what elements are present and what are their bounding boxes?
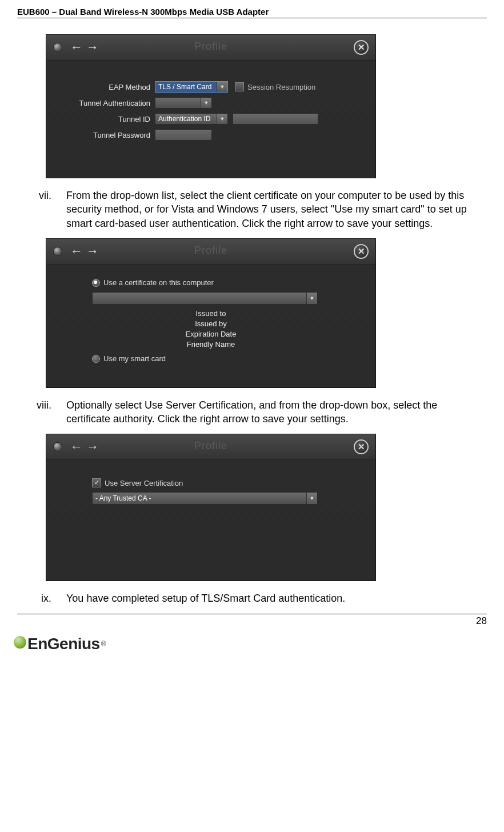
close-icon[interactable]: ✕ bbox=[354, 40, 369, 55]
use-smart-card-radio[interactable] bbox=[92, 355, 100, 363]
use-certificate-label: Use a certificate on this computer bbox=[103, 278, 214, 287]
use-certificate-radio[interactable] bbox=[92, 279, 100, 287]
friendly-name-label: Friendly Name bbox=[92, 340, 330, 349]
session-resumption-label: Session Resumption bbox=[247, 83, 315, 91]
logo-text: EnGenius bbox=[27, 635, 100, 653]
certificate-select[interactable]: ▼ bbox=[92, 292, 318, 305]
dialog-header: ← → Profile ✕ bbox=[46, 239, 375, 265]
tunnel-id-input[interactable] bbox=[233, 113, 318, 125]
chevron-down-icon: ▼ bbox=[306, 293, 317, 304]
tunnel-id-select[interactable]: Authentication ID ▼ bbox=[155, 113, 228, 125]
nav-forward-icon[interactable]: → bbox=[86, 245, 99, 258]
nav-dot-icon[interactable] bbox=[53, 247, 62, 256]
expiration-date-label: Expiration Date bbox=[92, 330, 330, 338]
nav-back-icon[interactable]: ← bbox=[70, 441, 83, 453]
step-text: You have completed setup of TLS/Smart Ca… bbox=[66, 591, 487, 605]
ca-select[interactable]: - Any Trusted CA - ▼ bbox=[92, 492, 318, 505]
step-text: From the drop-down list, select the clie… bbox=[66, 189, 487, 230]
footer: EnGenius ® bbox=[0, 633, 504, 659]
dialog-header: ← → Profile ✕ bbox=[46, 434, 375, 460]
nav-forward-icon[interactable]: → bbox=[86, 441, 99, 453]
use-smart-card-label: Use my smart card bbox=[103, 354, 166, 363]
dialog-title: Profile bbox=[194, 41, 227, 53]
close-icon[interactable]: ✕ bbox=[354, 244, 369, 259]
registered-icon: ® bbox=[101, 640, 106, 648]
nav-back-icon[interactable]: ← bbox=[70, 41, 83, 54]
tunnel-id-label: Tunnel ID bbox=[59, 115, 155, 123]
dialog-header: ← → Profile ✕ bbox=[46, 35, 375, 61]
logo-icon bbox=[14, 636, 26, 649]
chevron-down-icon: ▼ bbox=[217, 82, 227, 92]
close-icon[interactable]: ✕ bbox=[354, 439, 369, 454]
tunnel-id-value: Authentication ID bbox=[158, 115, 210, 123]
session-resumption-checkbox[interactable] bbox=[235, 82, 244, 91]
issued-to-label: Issued to bbox=[92, 309, 330, 318]
dialog-title: Profile bbox=[194, 440, 227, 452]
nav-back-icon[interactable]: ← bbox=[70, 245, 83, 258]
nav-forward-icon[interactable]: → bbox=[86, 41, 99, 54]
eap-method-select[interactable]: TLS / Smart Card ▼ bbox=[155, 81, 228, 93]
dialog-title: Profile bbox=[194, 245, 227, 257]
profile-dialog-server-cert: ← → Profile ✕ Use Server Certification -… bbox=[46, 434, 376, 581]
page-header: EUB600 – Dual Band Wireless-N 300Mbps Me… bbox=[17, 7, 487, 18]
chevron-down-icon: ▼ bbox=[306, 493, 317, 504]
tunnel-password-label: Tunnel Password bbox=[59, 131, 155, 139]
nav-dot-icon[interactable] bbox=[53, 442, 62, 451]
step-number: vii. bbox=[17, 189, 66, 230]
issued-by-label: Issued by bbox=[92, 319, 330, 328]
profile-dialog-eap: ← → Profile ✕ EAP Method TLS / Smart Car… bbox=[46, 34, 376, 178]
chevron-down-icon: ▼ bbox=[217, 114, 227, 124]
eap-method-label: EAP Method bbox=[59, 83, 155, 91]
ca-value: - Any Trusted CA - bbox=[95, 494, 151, 502]
tunnel-auth-label: Tunnel Authentication bbox=[59, 99, 155, 107]
step-number: viii. bbox=[17, 398, 66, 426]
page-number: 28 bbox=[17, 614, 487, 627]
step-text: Optionally select Use Server Certificati… bbox=[66, 398, 487, 426]
profile-dialog-certificate: ← → Profile ✕ Use a certificate on this … bbox=[46, 238, 376, 388]
tunnel-password-input[interactable] bbox=[155, 129, 212, 141]
chevron-down-icon: ▼ bbox=[201, 98, 211, 108]
eap-method-value: TLS / Smart Card bbox=[158, 83, 211, 91]
tunnel-auth-select[interactable]: ▼ bbox=[155, 97, 212, 109]
nav-dot-icon[interactable] bbox=[53, 43, 62, 52]
use-server-cert-label: Use Server Certification bbox=[105, 479, 183, 487]
use-server-cert-checkbox[interactable] bbox=[92, 478, 101, 487]
step-number: ix. bbox=[17, 591, 66, 605]
